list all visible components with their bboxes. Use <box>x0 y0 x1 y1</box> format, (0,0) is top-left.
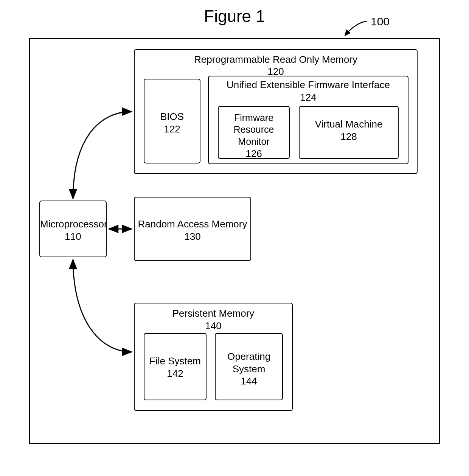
connectors-layer <box>0 0 469 476</box>
micro-rom-connector <box>73 112 132 199</box>
micro-pm-connector <box>73 260 132 352</box>
